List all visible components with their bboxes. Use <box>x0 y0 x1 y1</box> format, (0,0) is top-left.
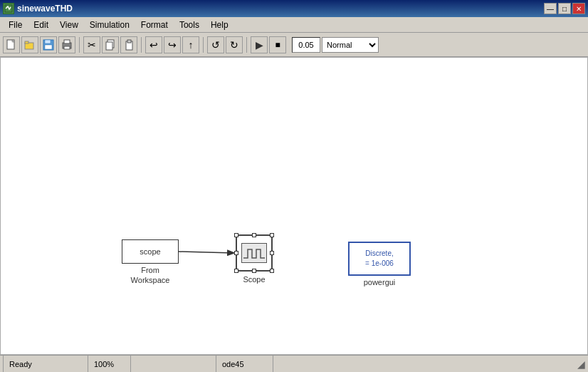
new-button[interactable] <box>3 36 20 53</box>
handle-mr <box>270 251 274 255</box>
status-solver: ode45 <box>216 356 273 372</box>
maximize-button[interactable]: □ <box>558 3 571 14</box>
toolbar: ✂ ↩ ↪ ↑ ↺ ↻ ▶ ■ Normal Accelerato <box>0 33 588 57</box>
status-ready: Ready <box>3 356 88 372</box>
handle-ml <box>234 251 238 255</box>
canvas-area: scope From Workspace <box>0 57 588 355</box>
from-workspace-inner-label: scope <box>140 247 160 256</box>
print-button[interactable] <box>58 36 75 53</box>
undo-button[interactable]: ↩ <box>145 36 162 53</box>
from-workspace-box: scope <box>122 239 179 264</box>
run-button[interactable]: ▶ <box>251 36 268 53</box>
up-button[interactable]: ↑ <box>182 36 199 53</box>
handle-tl <box>234 233 238 237</box>
menu-edit[interactable]: Edit <box>28 19 54 31</box>
separator-3 <box>203 37 204 53</box>
menu-file[interactable]: File <box>3 19 28 31</box>
svg-rect-11 <box>106 42 112 50</box>
svg-rect-15 <box>242 244 266 262</box>
svg-rect-13 <box>127 40 131 43</box>
undo2-button[interactable]: ↺ <box>207 36 224 53</box>
separator-4 <box>246 37 247 53</box>
menu-tools[interactable]: Tools <box>174 19 205 31</box>
handle-br <box>270 269 274 273</box>
powergui-text: Discrete, = 1e-006 <box>365 249 394 269</box>
close-button[interactable]: ✕ <box>572 3 585 14</box>
solver-select[interactable]: Normal Accelerator Rapid Accelerator <box>322 37 379 53</box>
from-workspace-label: From Workspace <box>131 265 170 286</box>
handle-tr <box>270 233 274 237</box>
separator-1 <box>79 37 80 53</box>
menu-help[interactable]: Help <box>205 19 234 31</box>
scope-label: Scope <box>243 274 265 284</box>
menu-view[interactable]: View <box>54 19 84 31</box>
resize-handle[interactable]: ◢ <box>577 358 585 370</box>
svg-rect-5 <box>45 40 51 43</box>
open-button[interactable] <box>21 36 38 53</box>
status-time <box>131 356 216 372</box>
from-workspace-block[interactable]: scope From Workspace <box>122 239 179 286</box>
status-bar: Ready 100% ode45 ◢ <box>0 355 588 372</box>
title-bar-left: sinewaveTHD <box>3 3 73 14</box>
window-title: sinewaveTHD <box>17 4 73 14</box>
sim-time-input[interactable] <box>292 37 320 53</box>
app-icon <box>3 3 14 14</box>
menu-format[interactable]: Format <box>135 19 174 31</box>
title-bar: sinewaveTHD — □ ✕ <box>0 0 588 17</box>
minimize-button[interactable]: — <box>544 3 557 14</box>
status-zoom: 100% <box>88 356 131 372</box>
redo-button[interactable]: ↪ <box>164 36 181 53</box>
redo2-button[interactable]: ↻ <box>226 36 243 53</box>
menu-simulation[interactable]: Simulation <box>84 19 135 31</box>
save-button[interactable] <box>40 36 57 53</box>
cut-button[interactable]: ✂ <box>83 36 100 53</box>
arrow-fw-to-scope <box>179 252 233 253</box>
powergui-block[interactable]: Discrete, = 1e-006 powergui <box>348 242 411 287</box>
separator-2 <box>141 37 142 53</box>
copy-button[interactable] <box>102 36 119 53</box>
svg-rect-8 <box>64 40 70 43</box>
svg-rect-9 <box>64 46 70 49</box>
scope-outer-box <box>236 234 273 272</box>
powergui-label: powergui <box>364 277 396 287</box>
menu-bar: File Edit View Simulation Format Tools H… <box>0 17 588 33</box>
svg-rect-6 <box>45 45 52 49</box>
stop-button[interactable]: ■ <box>269 36 286 53</box>
connection-arrows <box>1 58 587 354</box>
scope-block[interactable]: Scope <box>236 234 273 272</box>
handle-tm <box>252 233 256 237</box>
powergui-box: Discrete, = 1e-006 <box>348 242 411 276</box>
handle-bl <box>234 269 238 273</box>
paste-button[interactable] <box>120 36 137 53</box>
handle-bm <box>252 269 256 273</box>
svg-rect-3 <box>25 41 28 43</box>
window-controls: — □ ✕ <box>544 3 585 14</box>
scope-inner-display <box>241 243 267 263</box>
